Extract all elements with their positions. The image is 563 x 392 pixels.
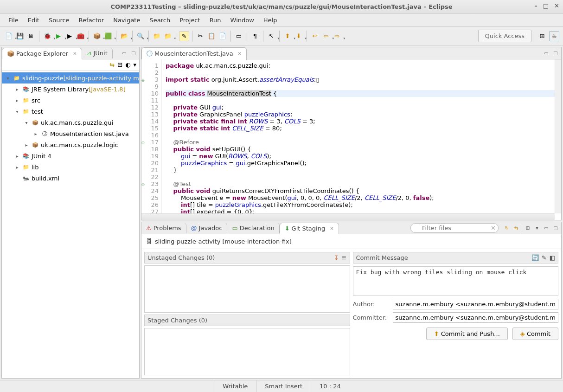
new-wizard-button[interactable]: 📄 [4,31,14,41]
code-line[interactable]: public class MouseInteractionTest { [166,90,555,97]
problems-tab[interactable]: ⚠ Problems [141,223,186,233]
code-line[interactable]: puzzleGraphics = gui.getGraphicsPanel(); [166,160,555,167]
open-task-button[interactable]: 📁 [152,31,162,41]
toggle-mark-button[interactable]: ✎ [179,31,189,41]
maximize-view-button[interactable]: □ [552,50,559,57]
code-line[interactable]: private static int CELL_SIZE = 80; [166,125,555,132]
search-button[interactable]: 🔍 [135,31,146,41]
refresh-button[interactable]: ↻ [503,225,511,231]
menu-help[interactable]: Help [260,15,281,26]
twisty-icon[interactable]: ▸ [14,98,20,103]
horizontal-scrollbar[interactable] [141,213,555,220]
code-line[interactable] [166,83,555,90]
javadoc-tab[interactable]: @ Javadoc [186,223,228,233]
twisty-icon[interactable]: ▾ [14,109,20,114]
code-line[interactable]: gui = new GUI(ROWS, COLS); [166,153,555,160]
git-filter-input[interactable] [410,223,499,233]
coverage-button[interactable]: ▶ [64,31,75,41]
minimize-view-button[interactable]: ▭ [121,50,128,57]
sort-icon[interactable]: ↧ [334,254,339,261]
annotation-next-button[interactable]: ⬆ [282,31,293,41]
save-button[interactable]: 💾 [15,31,25,41]
fold-toggle-icon[interactable]: ⊕ [141,77,145,81]
code-line[interactable] [166,174,555,180]
committer-input[interactable] [393,312,559,323]
menu-search[interactable]: Search [146,15,174,26]
code-line[interactable]: @Test [166,180,555,187]
code-line[interactable]: int[] tile = puzzleGraphics.getTileXYFro… [166,201,555,208]
code-line[interactable] [166,132,555,139]
paste-button[interactable]: 📄 [218,31,228,41]
code-line[interactable]: import static org.junit.Assert.assertArr… [166,76,555,83]
amend-icon[interactable]: 🔄 [531,254,539,261]
open-type-button[interactable]: 📂 [119,31,129,41]
code-line[interactable]: MouseEvent e = new MouseEvent(gui, 0, 0,… [166,194,555,201]
twisty-icon[interactable]: ▸ [14,87,20,92]
view-menu-button[interactable]: ▾ [533,225,541,231]
twisty-icon[interactable]: ▾ [5,76,11,81]
clear-icon[interactable]: ✕ [491,225,496,231]
menu-file[interactable]: File [5,15,22,26]
annotation-prev-button[interactable]: ↖ [266,31,276,41]
menu-source[interactable]: Source [45,15,73,26]
twisty-icon[interactable]: ▾ [23,120,30,125]
menu-window[interactable]: Window [227,15,258,26]
collapse-all-button[interactable]: ⇆ [109,61,115,68]
menu-project[interactable]: Project [176,15,204,26]
minimize-view-button[interactable]: ▭ [543,50,550,57]
tree-row[interactable]: 🐜build.xml [2,173,139,184]
declaration-tab[interactable]: ▭ Declaration [227,223,279,233]
close-icon[interactable]: ✕ [238,51,242,56]
signoff-icon[interactable]: ✎ [542,254,547,261]
tree-row[interactable]: ▸📁src [2,95,139,106]
commit-message-input[interactable]: Fix bug with wrong tiles sliding on mous… [353,266,559,296]
debug-button[interactable]: 🐞 [42,31,52,41]
editor-tab[interactable]: Ⓙ MouseInteractionTest.java ✕ [141,47,247,60]
staged-list[interactable] [144,328,350,375]
focus-task-button[interactable]: ◐ [125,61,130,68]
fold-toggle-icon[interactable]: ⊖ [141,181,145,186]
quick-access-field[interactable]: Quick Access [478,30,531,42]
package-explorer-tab[interactable]: 📦 Package Explorer ✕ [2,48,82,59]
close-icon[interactable]: ✕ [73,51,77,56]
commit-and-push-button[interactable]: ⬆ Commit and Push... [426,328,508,340]
twisty-icon[interactable]: ▸ [32,131,39,136]
junit-tab[interactable]: ⊿ JUnit [82,48,113,58]
open-perspective-button[interactable]: ⊞ [537,31,547,41]
tree-row[interactable]: ▸ⒿMouseInteractionTest.java [2,128,139,139]
tree-row[interactable]: ▸📚JUnit 4 [2,150,139,161]
twisty-icon[interactable]: ▸ [14,165,20,170]
maximize-view-button[interactable]: □ [130,50,137,57]
tree-row[interactable]: ▸📁lib [2,161,139,173]
copy-button[interactable]: 📋 [206,31,217,41]
run-button[interactable]: ▶ [53,31,64,41]
show-whitespace-button[interactable]: ¶ [250,31,260,41]
changeid-icon[interactable]: ◧ [550,254,555,261]
code-line[interactable]: public void guiReturnsCorrectXYFromFirst… [166,187,555,194]
new-package-button[interactable]: 📦 [92,31,102,41]
link-button[interactable]: ⇆ [512,225,520,231]
minimize-view-button[interactable]: ▭ [543,225,550,231]
code-line[interactable]: public void setUpGUI() { [166,146,555,153]
new-type-button[interactable]: 🟩 [103,31,113,41]
vertical-scrollbar[interactable] [555,59,561,213]
tree-row[interactable]: ▾📦uk.ac.man.cs.puzzle.gui [2,117,139,128]
window-close-button[interactable]: ✕ [554,2,559,9]
unstaged-list[interactable] [144,265,350,313]
package-explorer-tree[interactable]: ▾📁sliding-puzzle [sliding-puzzle-activit… [2,71,139,378]
code-line[interactable]: private GraphicsPanel puzzleGraphics; [166,111,555,118]
back-button[interactable]: ⇦ [321,31,331,41]
window-minimize-button[interactable]: – [534,2,537,9]
cut-button[interactable]: ✂ [195,31,205,41]
tree-row[interactable]: ▸📚JRE System Library [JavaSE-1.8] [2,84,139,95]
menu-navigate[interactable]: Navigate [109,15,144,26]
close-icon[interactable]: ✕ [330,226,333,231]
layout-button[interactable]: ⊞ [524,225,531,231]
last-edit-button[interactable]: ↩ [310,31,320,41]
link-editor-button[interactable]: ⊟ [117,61,122,68]
toggle-block-button[interactable]: ▭ [234,31,244,41]
fold-toggle-icon[interactable]: ⊖ [141,140,145,144]
presentation-icon[interactable]: ≡ [342,254,347,261]
new-task-button[interactable]: 📁 [163,31,173,41]
git-staging-tab[interactable]: ⬇ Git Staging ✕ [280,223,339,234]
